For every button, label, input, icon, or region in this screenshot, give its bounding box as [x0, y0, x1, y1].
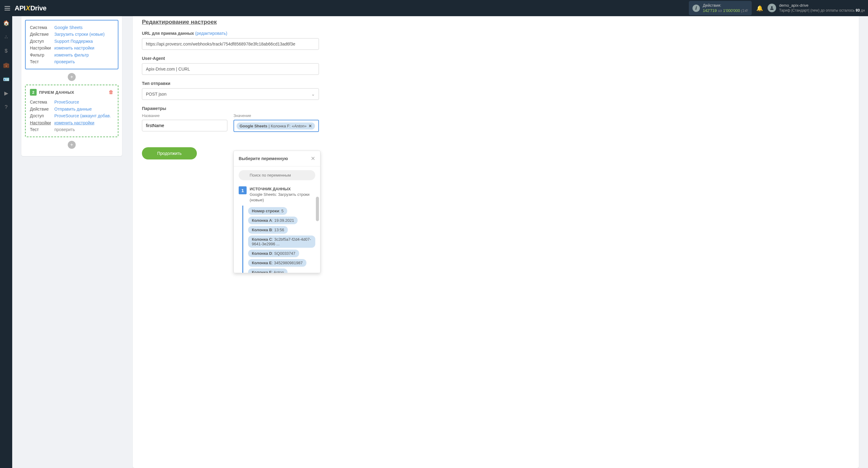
- row-value[interactable]: Google Sheets: [54, 24, 83, 31]
- row-value[interactable]: изменить фильтр: [54, 52, 89, 58]
- card-row: ДействиеОтправить данные: [30, 106, 114, 112]
- variable-item[interactable]: Колонка F: Anton: [248, 268, 287, 273]
- row-value[interactable]: изменить настройки: [54, 45, 94, 51]
- variable-item[interactable]: Колонка E: 3452980981987: [248, 259, 306, 267]
- param-name-input[interactable]: [142, 120, 227, 131]
- search-input[interactable]: [239, 170, 315, 180]
- actions-label: Действия:: [703, 3, 748, 8]
- variable-item[interactable]: Колонка C: 3c2bf5a7-f2d4-4d07-9641-3e299…: [248, 236, 315, 248]
- steps-panel: СистемаGoogle SheetsДействиеЗагрузить ст…: [21, 16, 122, 156]
- add-step-button[interactable]: +: [68, 141, 76, 149]
- user-menu[interactable]: demo_apix-drive Тариф |Стандарт| (new) д…: [768, 3, 865, 13]
- sitemap-icon[interactable]: ⛬: [2, 33, 10, 40]
- row-value[interactable]: Загрузить строки (новые): [54, 31, 105, 37]
- add-step-button[interactable]: +: [68, 73, 76, 81]
- card-row: Фильтризменить фильтр: [30, 52, 114, 58]
- row-value[interactable]: ProveSource: [54, 99, 79, 106]
- variable-item[interactable]: Номер строки: 5: [248, 207, 287, 215]
- actions-total: 1'000'000: [723, 8, 740, 13]
- actions-count: 142'719: [703, 8, 717, 13]
- card-row: Настройкиизменить настройки: [30, 45, 114, 51]
- row-label: Доступ: [30, 112, 54, 119]
- row-label: Система: [30, 99, 54, 106]
- card-row: Тестпроверить: [30, 58, 114, 65]
- app-header: API X Drive i Действия: 142'719 из 1'000…: [0, 0, 868, 16]
- source-badge: 1: [239, 186, 247, 194]
- continue-button[interactable]: Продолжить: [142, 147, 197, 159]
- ua-label: User-Agent: [142, 56, 850, 61]
- row-value[interactable]: изменить настройки: [54, 119, 94, 126]
- row-value[interactable]: проверить: [54, 58, 75, 65]
- row-value[interactable]: Support Поддержка: [54, 38, 93, 45]
- destination-card: 2 ПРИЕМ ДАННЫХ 🗑 СистемаProveSourceДейст…: [25, 85, 118, 137]
- edit-url-link[interactable]: (редактировать): [195, 31, 227, 36]
- dropdown-title: Выберите переменную: [239, 156, 288, 161]
- row-value[interactable]: Отправить данные: [54, 106, 92, 112]
- variable-item[interactable]: Колонка A: 19.09.2021: [248, 216, 298, 224]
- trash-icon[interactable]: 🗑: [108, 89, 114, 95]
- row-label: Тест: [30, 58, 54, 65]
- variable-item[interactable]: Колонка D: SQ0033747: [248, 250, 299, 257]
- svg-point-0: [771, 6, 772, 8]
- scrollbar[interactable]: [316, 197, 319, 221]
- row-label: Фильтр: [30, 52, 54, 58]
- row-label: Тест: [30, 126, 54, 133]
- url-label: URL для приема данных (редактировать): [142, 31, 850, 36]
- ua-input[interactable]: [142, 63, 319, 75]
- variable-dropdown: Выберите переменную ✕ 🔍 1 ИСТОЧНИК ДАННЫ…: [234, 151, 320, 273]
- home-icon[interactable]: 🏠: [2, 19, 10, 27]
- briefcase-icon[interactable]: 💼: [2, 61, 10, 69]
- value-sublabel: Значение: [234, 113, 319, 118]
- card-row: ДоступSupport Поддержка: [30, 38, 114, 45]
- variable-tag: Google Sheets | Колонка F: «Anton» ✕: [237, 122, 315, 129]
- chevron-down-icon: ⌄: [311, 92, 315, 96]
- help-icon[interactable]: ?: [2, 104, 10, 111]
- source-card: СистемаGoogle SheetsДействиеЗагрузить ст…: [25, 20, 118, 69]
- card-row: Тестпроверить: [30, 126, 114, 133]
- variable-list: Номер строки: 5Колонка A: 19.09.2021Коло…: [242, 206, 320, 273]
- card-title: ПРИЕМ ДАННЫХ: [39, 90, 74, 95]
- actions-counter[interactable]: i Действия: 142'719 из 1'000'000 (14!: [689, 1, 752, 16]
- logo-x: X: [26, 4, 30, 12]
- menu-icon[interactable]: [3, 6, 12, 10]
- logo-drive: Drive: [30, 4, 46, 12]
- card-row: ДоступProveSource (аккаунт добав.: [30, 112, 114, 119]
- row-label: Действие: [30, 106, 54, 112]
- row-label: Доступ: [30, 38, 54, 45]
- url-input[interactable]: [142, 38, 319, 50]
- step-badge: 2: [30, 89, 37, 96]
- row-value[interactable]: ProveSource (аккаунт добав.: [54, 112, 111, 119]
- info-icon: i: [692, 5, 700, 12]
- row-label: Настройки: [30, 45, 54, 51]
- logo[interactable]: API X Drive: [14, 4, 46, 12]
- actions-of: из: [718, 8, 722, 13]
- dollar-icon[interactable]: $: [2, 47, 10, 55]
- type-select[interactable]: POST json ⌄: [142, 88, 319, 100]
- card-row: СистемаGoogle Sheets: [30, 24, 114, 31]
- row-label: Система: [30, 24, 54, 31]
- type-label: Тип отправки: [142, 81, 850, 86]
- close-icon[interactable]: ✕: [311, 155, 315, 162]
- param-value-input[interactable]: Google Sheets | Колонка F: «Anton» ✕: [234, 120, 319, 132]
- source-info: ИСТОЧНИК ДАННЫХ Google Sheets: Загрузить…: [250, 186, 315, 203]
- row-label: Действие: [30, 31, 54, 37]
- remove-tag-icon[interactable]: ✕: [309, 124, 312, 128]
- username: demo_apix-drive: [779, 3, 865, 8]
- bell-icon[interactable]: 🔔: [756, 5, 763, 11]
- sidebar-nav: 🏠 ⛬ $ 💼 🪪 ▶ ?: [0, 16, 12, 468]
- avatar-icon: [768, 4, 776, 12]
- card-row: СистемаProveSource: [30, 99, 114, 106]
- section-title: Редактирование настроек: [142, 16, 850, 25]
- settings-panel: Редактирование настроек URL для приема д…: [133, 16, 859, 468]
- params-label: Параметры: [142, 106, 850, 111]
- actions-remainder: (14!: [741, 8, 748, 13]
- youtube-icon[interactable]: ▶: [2, 89, 10, 97]
- card-row: ДействиеЗагрузить строки (новые): [30, 31, 114, 37]
- card-icon[interactable]: 🪪: [2, 76, 10, 83]
- card-row: Настройкиизменить настройки: [30, 119, 114, 126]
- name-sublabel: Название: [142, 113, 227, 118]
- row-label: Настройки: [30, 119, 54, 126]
- variable-item[interactable]: Колонка B: 13:56: [248, 226, 288, 234]
- row-value: проверить: [54, 126, 75, 133]
- logo-api: API: [14, 4, 25, 12]
